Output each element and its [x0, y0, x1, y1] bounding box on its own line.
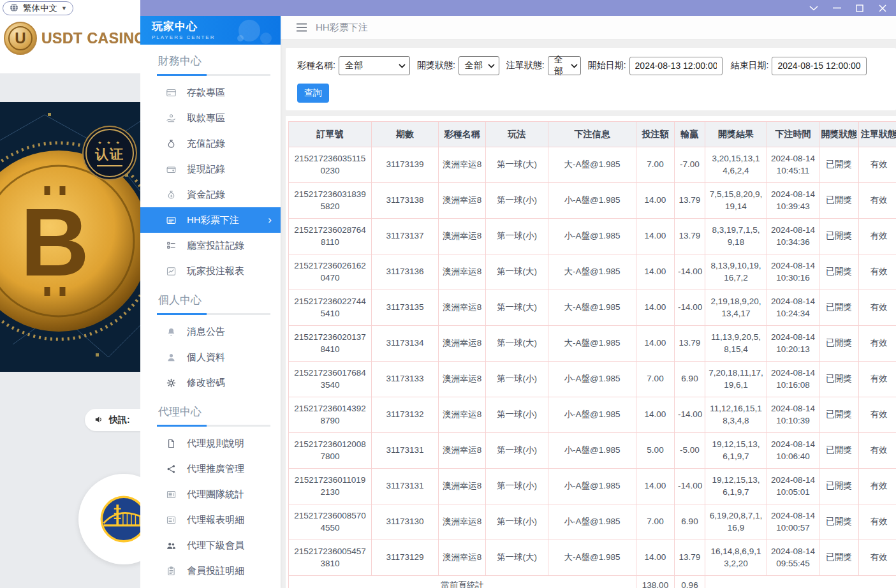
table-cell: 2152172360201378410	[289, 326, 372, 362]
start-date-input[interactable]	[629, 57, 723, 75]
chevron-down-icon[interactable]	[807, 3, 821, 14]
table-cell: 2024-08-14 10:39:43	[767, 183, 819, 219]
table-cell: -5.00	[675, 433, 705, 469]
sidebar-item-充值記錄[interactable]: 充值記錄	[140, 131, 281, 156]
table-cell: 31173135	[372, 290, 439, 326]
sidebar-item-會員交易明細[interactable]: 會員交易明細	[140, 584, 281, 588]
table-header-row: 訂單號期數彩種名稱玩法下注信息投注額輸贏開獎結果下注時間開獎狀態注單狀態	[289, 122, 896, 147]
search-button[interactable]: 查詢	[297, 84, 329, 103]
sidebar-item-label: 消息公告	[187, 326, 225, 338]
table-cell: 2152172360120087800	[289, 433, 372, 469]
table-cell: 已開獎	[819, 504, 859, 540]
speaker-icon	[94, 414, 105, 427]
table-cell: 31173137	[372, 219, 439, 254]
table-cell: 14.00	[636, 469, 675, 504]
table-cell: -14.00	[675, 469, 705, 504]
sidebar-item-消息公告[interactable]: 消息公告	[140, 319, 281, 344]
sidebar-item-玩家投注報表[interactable]: 玩家投注報表	[140, 258, 281, 284]
table-cell: 有效	[859, 469, 896, 504]
sidebar-item-代理規則說明[interactable]: 代理規則說明	[140, 430, 281, 456]
table-cell: 第一球(大)	[486, 147, 548, 183]
maximize-button[interactable]	[853, 3, 867, 14]
section-underline	[157, 425, 270, 427]
table-cell: 已開獎	[819, 433, 859, 469]
table-cell: 13.79	[675, 326, 705, 362]
bitcoin-artwork: B ★ ★ ★ 认证	[0, 102, 140, 372]
table-cell: 2024-08-14 10:30:16	[767, 254, 819, 290]
table-cell: 11,13,9,20,5,8,15,4	[705, 326, 767, 362]
close-button[interactable]	[876, 3, 890, 14]
summary-label: 當前頁統計	[289, 576, 636, 588]
recharge-moneybag-icon	[166, 138, 177, 149]
table-cell: 第一球(大)	[486, 290, 548, 326]
table-cell: 2024-08-14 10:00:57	[767, 504, 819, 540]
clipboard-icon	[166, 566, 177, 577]
column-header: 期數	[372, 122, 439, 147]
sidebar-item-HH彩票下注[interactable]: HH彩票下注›	[140, 207, 281, 233]
table-cell: 有效	[859, 147, 896, 183]
sidebar-item-會員投註明細[interactable]: 會員投註明細	[140, 558, 281, 584]
sidebar-item-廳室投註記錄[interactable]: 廳室投註記錄	[140, 233, 281, 258]
sidebar-item-提現記錄[interactable]: 提現記錄	[140, 156, 281, 182]
window-controls	[807, 3, 896, 14]
draw-status-select[interactable]: 全部	[459, 56, 499, 75]
lottery-select-value: 全部	[345, 60, 363, 71]
draw-status-label: 開獎狀態:	[417, 60, 455, 71]
end-date-input[interactable]	[772, 57, 867, 75]
table-cell: -14.00	[675, 397, 705, 433]
language-selector[interactable]: 繁体中文 ▼	[3, 1, 73, 15]
table-cell: 19,12,15,13,6,1,9,7	[705, 433, 767, 469]
table-row: 215217236031839582031173138澳洲幸运8第一球(小)小-…	[289, 183, 896, 219]
page-title: HH彩票下注	[316, 22, 368, 34]
table-cell: 有效	[859, 290, 896, 326]
draw-status-select-value: 全部	[465, 60, 483, 71]
sidebar-item-代理團隊統計[interactable]: 代理團隊統計	[140, 481, 281, 507]
sidebar-item-label: 取款專區	[187, 112, 225, 124]
brand-name: USDT CASINO	[41, 30, 146, 47]
table-cell: 2024-08-14 10:45:11	[767, 147, 819, 183]
column-header: 開獎結果	[705, 122, 767, 147]
badge-label: 认证	[95, 145, 124, 163]
chevron-right-icon: ›	[268, 214, 272, 226]
share-icon	[166, 464, 177, 474]
table-cell: 澳洲幸运8	[439, 540, 486, 576]
sidebar-item-label: 會員投註明細	[187, 565, 244, 577]
sidebar-item-label: 代理推廣管理	[187, 463, 244, 475]
sidebar-item-代理報表明細[interactable]: 代理報表明細	[140, 507, 281, 533]
sidebar-item-存款專區[interactable]: 存款專區	[140, 80, 281, 105]
sidebar-item-代理下級會員[interactable]: 代理下級會員	[140, 533, 281, 558]
sidebar-item-修改密碼[interactable]: 修改密碼	[140, 370, 281, 395]
table-cell: 大-A盤@1.985	[548, 147, 636, 183]
table-cell: 31173130	[372, 504, 439, 540]
sidebar-item-label: 代理團隊統計	[187, 489, 244, 501]
sidebar: 玩家中心 PLAYERS CENTER 財務中心存款專區取款專區充值記錄提現記錄…	[140, 16, 281, 588]
table-cell: 31173139	[372, 147, 439, 183]
room-records-icon	[166, 240, 177, 251]
table-cell: 2024-08-14 10:34:36	[767, 219, 819, 254]
minimize-button[interactable]	[830, 3, 844, 14]
column-header: 輸贏	[675, 122, 705, 147]
order-status-select[interactable]: 全部	[548, 56, 581, 75]
menu-toggle-icon[interactable]	[296, 23, 307, 32]
table-cell: 澳洲幸运8	[439, 219, 486, 254]
sidebar-header: 玩家中心 PLAYERS CENTER	[140, 16, 281, 45]
table-cell: 有效	[859, 219, 896, 254]
sidebar-item-代理推廣管理[interactable]: 代理推廣管理	[140, 456, 281, 481]
table-row: 215217236008570455031173130澳洲幸运8第一球(小)小-…	[289, 504, 896, 540]
table-cell: 2152172360143928790	[289, 397, 372, 433]
sidebar-item-取款專區[interactable]: 取款專區	[140, 105, 281, 131]
withdraw-hand-icon	[166, 113, 177, 124]
sidebar-item-資金記錄[interactable]: 資金記錄	[140, 182, 281, 207]
order-status-select-value: 全部	[554, 54, 568, 77]
table-cell: 31173131	[372, 469, 439, 504]
table-cell: 小-A盤@1.985	[548, 433, 636, 469]
table-cell: 2024-08-14 10:20:13	[767, 326, 819, 362]
lottery-select[interactable]: 全部	[339, 56, 410, 75]
table-row: 215217236022744541031173135澳洲幸运8第一球(大)大-…	[289, 290, 896, 326]
table-cell: 31173132	[372, 397, 439, 433]
caret-down-icon: ▼	[61, 5, 67, 11]
table-cell: 已開獎	[819, 362, 859, 397]
table-cell: 2024-08-14 10:10:39	[767, 397, 819, 433]
sidebar-item-個人資料[interactable]: 個人資料	[140, 344, 281, 370]
sidebar-item-label: 代理規則說明	[187, 437, 244, 450]
